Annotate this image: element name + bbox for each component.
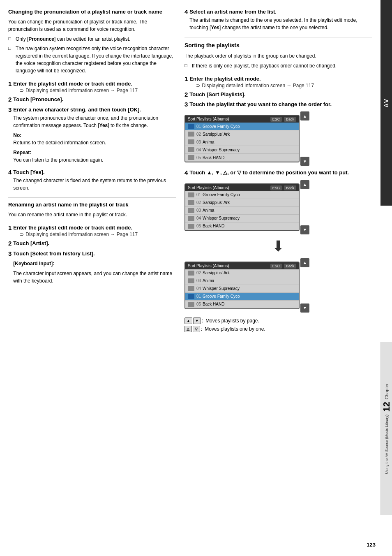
screen1-header: Sort Playlists (Albums) ESC Back xyxy=(185,116,299,123)
playlist-name: Anima xyxy=(203,278,214,283)
step1-sub: Displaying detailed information screen →… xyxy=(13,88,176,93)
row-icon xyxy=(188,208,194,213)
step2b-number: 2 xyxy=(8,240,12,247)
screen3-esc[interactable]: ESC xyxy=(270,264,282,269)
section-divider xyxy=(8,197,176,198)
row-icon xyxy=(188,224,194,229)
scroll-down3-btn[interactable]: ▼ xyxy=(300,303,309,313)
step2-number: 2 xyxy=(8,96,12,103)
bullet-item: Only [Pronounce] can be edited for an ar… xyxy=(8,35,176,43)
playlist-row[interactable]: 01 Groove Family Cyco xyxy=(185,123,299,130)
step4-body: The changed character is fixed and the s… xyxy=(13,177,176,192)
screen1-title: Sort Playlists (Albums) xyxy=(188,117,229,121)
screen3-wrapper: Sort Playlists (Albums) ESC Back 02 Sars… xyxy=(184,258,372,313)
step3b-row: 3 Touch [Select from history List]. [Key… xyxy=(8,250,176,287)
screen2-esc[interactable]: ESC xyxy=(270,185,282,190)
scroll-up-btn[interactable]: ▲ xyxy=(300,111,309,120)
playlist-row[interactable]: 05 Back HAND xyxy=(185,222,299,230)
screen2-scroll: ▲ ▼ xyxy=(300,180,309,234)
sort-step2-row: 2 Touch [Sort Playlists]. xyxy=(184,91,372,98)
step4-row: 4 Touch [Yes]. The changed character is … xyxy=(8,169,176,194)
playlist-row[interactable]: 05 Back HAND xyxy=(185,154,299,162)
sort-step1-title: Enter the playlist edit mode. xyxy=(189,75,372,83)
screen2-header: Sort Playlists (Albums) ESC Back xyxy=(185,184,299,191)
screen3-back[interactable]: Back xyxy=(284,264,296,269)
playlist-name: Whisper Supremacy xyxy=(203,216,240,220)
playlist-num: 03 xyxy=(196,278,201,283)
playlist-row[interactable]: 03 Anima xyxy=(185,138,299,146)
playlist-row[interactable]: 04 Whisper Supremacy xyxy=(185,285,299,293)
section2-title: Renaming an artist name in the playlist … xyxy=(8,201,176,208)
sort-step1-sub-text: Displaying detailed information screen →… xyxy=(202,83,314,88)
screen3-mockup: Sort Playlists (Albums) ESC Back 02 Sars… xyxy=(184,262,300,309)
step4-right-row: 4 Select an artist name from the list. T… xyxy=(184,8,372,34)
right-divider xyxy=(184,37,372,37)
playlist-name: Anima xyxy=(203,208,214,213)
playlist-row[interactable]: 02 Sarsippius' Ark xyxy=(185,269,299,277)
step2-content: Touch [Pronounce]. xyxy=(13,96,176,103)
screen1-wrapper: Sort Playlists (Albums) ESC Back 01 Groo… xyxy=(184,111,372,166)
step1b-sub: Displaying detailed information screen →… xyxy=(13,232,176,237)
playlist-name: Sarsippius' Ark xyxy=(203,200,230,205)
playlist-row[interactable]: 02 Sarsippius' Ark xyxy=(185,130,299,138)
playlist-name: Groove Family Cyco xyxy=(203,192,240,197)
sorting-title: Sorting the playlists xyxy=(184,42,372,50)
playlist-name: Back HAND xyxy=(203,302,224,306)
one-up-icon: △ xyxy=(184,326,192,332)
section2-intro: You can rename the artist name in the pl… xyxy=(8,211,176,218)
step3-repeat: Repeat:You can listen to the pronunciati… xyxy=(13,149,176,164)
scroll-down-btn[interactable]: ▼ xyxy=(300,157,309,166)
playlist-row[interactable]: 01 Groove Family Cyco xyxy=(185,293,299,301)
step4r-content: Select an artist name from the list. The… xyxy=(189,8,372,34)
scroll-down2-btn[interactable]: ▼ xyxy=(300,225,309,234)
playlist-name: Groove Family Cyco xyxy=(203,124,240,129)
step2b-title: Touch [Artist]. xyxy=(13,240,176,247)
step1b-row: 1 Enter the playlist edit mode or track … xyxy=(8,224,176,237)
chapter-description: Using the AV Source (Music Library) xyxy=(385,415,389,474)
sort-step4-number: 4 xyxy=(184,169,188,176)
step1-content: Enter the playlist edit mode or track ed… xyxy=(13,80,176,93)
scroll-up3-btn[interactable]: ▲ xyxy=(300,258,309,267)
playlist-row[interactable]: 03 Anima xyxy=(185,277,299,285)
step1-title: Enter the playlist edit mode or track ed… xyxy=(13,80,176,88)
screen1-scroll: ▲ ▼ xyxy=(300,111,309,166)
step1b-title: Enter the playlist edit mode or track ed… xyxy=(13,224,176,232)
screen1-esc[interactable]: ESC xyxy=(270,117,282,122)
playlist-row[interactable]: 02 Sarsippius' Ark xyxy=(185,199,299,207)
playlist-name: Sarsippius' Ark xyxy=(203,271,230,275)
playlist-num: 02 xyxy=(196,132,201,137)
playlist-row[interactable]: 01 Groove Family Cyco xyxy=(185,191,299,199)
playlist-row[interactable]: 04 Whisper Supremacy xyxy=(185,146,299,154)
sort-step4-content: Touch ▲, ▼, △, or ▽ to determine the pos… xyxy=(189,169,372,176)
screen1-mockup: Sort Playlists (Albums) ESC Back 01 Groo… xyxy=(184,115,300,162)
step1b-number: 1 xyxy=(8,224,12,231)
page-number: 123 xyxy=(367,542,376,548)
sorting-intro: The playback order of playlists in the g… xyxy=(184,52,372,60)
down-arrow-container: ⬇ xyxy=(184,238,372,255)
screen2-buttons: ESC Back xyxy=(269,185,296,190)
scroll-up2-btn[interactable]: ▲ xyxy=(300,180,309,189)
page-icon-label: : xyxy=(202,318,203,324)
sort-step1-sub: Displaying detailed information screen →… xyxy=(189,83,372,88)
screen2-back[interactable]: Back xyxy=(284,185,296,190)
right-column: 4 Select an artist name from the list. T… xyxy=(182,8,372,548)
step2-row: 2 Touch [Pronounce]. xyxy=(8,96,176,103)
row-icon xyxy=(188,286,194,291)
chapter-label: Chapter xyxy=(384,383,389,399)
step4r-body: The artist name is changed to the one yo… xyxy=(189,16,372,31)
screen1-back[interactable]: Back xyxy=(284,117,296,122)
sort-step2-number: 2 xyxy=(184,91,188,98)
sorting-section: Sorting the playlists The playback order… xyxy=(184,42,372,70)
playlist-row[interactable]: 05 Back HAND xyxy=(185,301,299,308)
left-column: Changing the pronunciation of a playlist… xyxy=(8,8,182,548)
chapter-tab: Chapter 12 Using the AV Source (Music Li… xyxy=(380,342,392,515)
page-up-icon: ▲ xyxy=(184,317,192,324)
playlist-row[interactable]: 03 Anima xyxy=(185,207,299,215)
playlist-num: 05 xyxy=(196,302,201,306)
playlist-num: 02 xyxy=(196,200,201,205)
sorting-bullet: If there is only one playlist, the playb… xyxy=(184,62,372,70)
playlist-row[interactable]: 04 Whisper Supremacy xyxy=(185,215,299,222)
row-icon xyxy=(188,271,194,276)
sorting-bullets: If there is only one playlist, the playb… xyxy=(184,62,372,70)
sort-step2-title: Touch [Sort Playlists]. xyxy=(189,91,372,98)
